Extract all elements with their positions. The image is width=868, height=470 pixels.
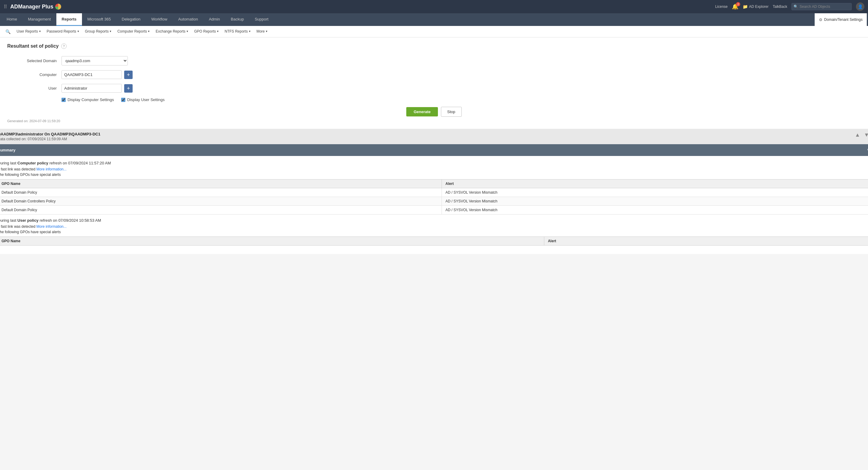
results-area: QAADMP3\administrator On QAADMP3\QAADMP3… xyxy=(0,129,868,254)
fast-link-text: A fast link was detected More informatio… xyxy=(0,167,868,171)
user-avatar[interactable]: 👤 xyxy=(856,2,864,11)
scroll-up-button[interactable]: ▲ xyxy=(854,132,861,138)
domain-settings-button[interactable]: ⚙ Domain/Tenant Settings xyxy=(815,13,867,26)
nav-item-microsoft365[interactable]: Microsoft 365 xyxy=(82,13,116,26)
domain-label: Selected Domain xyxy=(7,59,61,63)
display-user-checkbox[interactable] xyxy=(121,98,125,102)
sub-nav-gpo-reports[interactable]: GPO Reports ▾ xyxy=(191,26,221,37)
gpo-col-name: GPO Name xyxy=(0,179,442,188)
result-header-info: QAADMP3\administrator On QAADMP3\QAADMP3… xyxy=(0,132,100,141)
domain-row: Selected Domain qaadmp3.com xyxy=(7,56,861,65)
nav-item-management[interactable]: Management xyxy=(23,13,56,26)
sub-nav-ntfs-reports-label: NTFS Reports xyxy=(224,29,248,33)
logo-dot xyxy=(55,4,61,10)
sub-nav-computer-reports-label: Computer Reports xyxy=(117,29,147,33)
computer-row: Computer + xyxy=(7,70,861,79)
summary-section-body: During last Computer policy refresh on 0… xyxy=(0,156,868,254)
user-add-button[interactable]: + xyxy=(124,84,133,93)
talkback-link[interactable]: TalkBack xyxy=(773,4,787,9)
computer-policy-bold: Computer policy xyxy=(18,161,49,165)
more-info-link-2[interactable]: More information... xyxy=(36,225,67,229)
sub-nav-more[interactable]: More ▾ xyxy=(253,26,270,37)
user-reports-caret: ▾ xyxy=(39,30,41,33)
gpo-alert-cell: AD / SYSVOL Version Mismatch xyxy=(442,206,868,214)
nav-right: ⚙ Domain/Tenant Settings xyxy=(815,13,867,26)
nav-bar: Home Management Reports Microsoft 365 De… xyxy=(0,13,868,26)
sub-nav-group-reports[interactable]: Group Reports ▾ xyxy=(82,26,115,37)
grid-icon[interactable]: ⠿ xyxy=(4,4,7,10)
computer-input[interactable] xyxy=(61,70,122,79)
help-icon[interactable]: ? xyxy=(61,43,67,49)
nav-item-support[interactable]: Support xyxy=(249,13,274,26)
nav-item-workflow[interactable]: Workflow xyxy=(146,13,173,26)
summary-chevron-icon: ∨ xyxy=(867,147,868,153)
generate-button[interactable]: Generate xyxy=(406,107,438,116)
computer-control: + xyxy=(61,70,133,79)
sub-nav-exchange-reports[interactable]: Exchange Reports ▾ xyxy=(153,26,191,37)
nav-item-reports[interactable]: Reports xyxy=(56,13,82,26)
exchange-reports-caret: ▾ xyxy=(187,30,188,33)
search-icon: 🔍 xyxy=(794,4,798,9)
gpo-reports-caret: ▾ xyxy=(217,30,218,33)
domain-btn-label: Domain/Tenant Settings xyxy=(824,18,863,22)
domain-select[interactable]: qaadmp3.com xyxy=(61,56,128,65)
computer-label: Computer xyxy=(7,72,61,77)
result-subtitle: Data collected on: 07/09/2024 11:59:09 A… xyxy=(0,137,100,141)
sub-nav-more-label: More xyxy=(256,29,265,33)
action-row: Generate Stop xyxy=(7,107,861,117)
display-computer-label[interactable]: Display Computer Settings xyxy=(61,97,114,102)
display-user-label[interactable]: Display User Settings xyxy=(121,97,164,102)
more-info-link[interactable]: More information... xyxy=(36,167,67,171)
gpo-col-alert-2: Alert xyxy=(544,237,868,245)
domain-control: qaadmp3.com xyxy=(61,56,128,65)
nav-item-home[interactable]: Home xyxy=(1,13,23,26)
user-policy-text: During last User policy refresh on 07/09… xyxy=(0,218,868,223)
ad-explorer-link[interactable]: 📁 AD Explorer xyxy=(743,4,769,9)
content-area: Resultant set of policy ? Selected Domai… xyxy=(0,37,868,129)
sub-nav-password-reports-label: Password Reports xyxy=(47,29,76,33)
notification-bell[interactable]: 🔔 2 xyxy=(732,3,738,10)
computer-add-button[interactable]: + xyxy=(124,70,133,79)
ad-explorer-label: AD Explorer xyxy=(749,4,769,9)
nav-item-backup[interactable]: Backup xyxy=(225,13,249,26)
result-title: QAADMP3\administrator On QAADMP3\QAADMP3… xyxy=(0,132,100,136)
summary-section-header[interactable]: Summary ∨ xyxy=(0,144,868,156)
nav-item-admin[interactable]: Admin xyxy=(204,13,225,26)
sub-nav-computer-reports[interactable]: Computer Reports ▾ xyxy=(114,26,153,37)
gpo-table-2: GPO Name Alert xyxy=(0,236,868,245)
folder-icon: 📁 xyxy=(743,4,748,9)
sub-nav-exchange-reports-label: Exchange Reports xyxy=(156,29,185,33)
license-link[interactable]: License xyxy=(715,4,727,9)
sub-nav-ntfs-reports[interactable]: NTFS Reports ▾ xyxy=(221,26,253,37)
sub-nav-user-reports[interactable]: User Reports ▾ xyxy=(13,26,44,37)
scroll-buttons: ▲ ▼ xyxy=(854,132,868,138)
user-input[interactable] xyxy=(61,84,122,93)
sub-nav-password-reports[interactable]: Password Reports ▾ xyxy=(44,26,82,37)
header-left: ⠿ ADManager Plus xyxy=(4,4,61,10)
gpo-name-cell: Default Domain Policy xyxy=(0,206,442,214)
page-title-row: Resultant set of policy ? xyxy=(7,43,861,49)
user-row: User + xyxy=(7,84,861,93)
scroll-down-button[interactable]: ▼ xyxy=(863,132,868,138)
sub-nav-search-icon[interactable]: 🔍 xyxy=(2,29,13,34)
generated-on: Generated on: 2024-07-09 11:59:20 xyxy=(7,119,861,123)
table-row: Default Domain PolicyAD / SYSVOL Version… xyxy=(0,188,868,197)
gpo-alert-cell: AD / SYSVOL Version Mismatch xyxy=(442,188,868,197)
password-reports-caret: ▾ xyxy=(78,30,79,33)
notif-count: 2 xyxy=(736,2,740,6)
computer-policy-text: During last Computer policy refresh on 0… xyxy=(0,161,868,165)
gear-icon: ⚙ xyxy=(819,18,823,22)
page-title: Resultant set of policy xyxy=(7,43,59,49)
display-computer-checkbox[interactable] xyxy=(61,98,66,102)
nav-item-automation[interactable]: Automation xyxy=(173,13,204,26)
sub-nav-gpo-reports-label: GPO Reports xyxy=(194,29,216,33)
user-policy-bold: User policy xyxy=(18,218,38,223)
search-input[interactable] xyxy=(792,3,852,10)
fast-link-text-2: A fast link was detected More informatio… xyxy=(0,225,868,229)
nav-item-delegation[interactable]: Delegation xyxy=(116,13,146,26)
gpo-alert-text-2: The following GPOs have special alerts xyxy=(0,230,868,234)
display-computer-text: Display Computer Settings xyxy=(67,97,114,102)
gpo-name-cell: Default Domain Policy xyxy=(0,188,442,197)
stop-button[interactable]: Stop xyxy=(441,107,462,117)
gpo-table: GPO Name Alert Default Domain PolicyAD /… xyxy=(0,179,868,214)
